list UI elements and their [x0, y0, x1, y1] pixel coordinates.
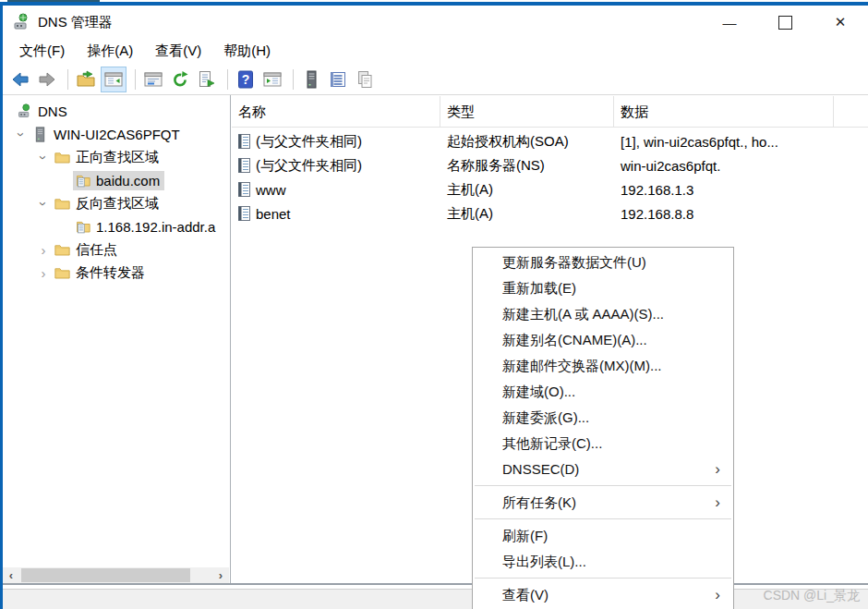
menu-item-other-new-records[interactable]: 其他新记录(C)... — [473, 431, 733, 457]
folder-icon — [54, 265, 70, 281]
tree-node-label: DNS — [38, 104, 67, 119]
menu-item-refresh[interactable]: 刷新(F) — [473, 523, 733, 549]
menu-help[interactable]: 帮助(H) — [212, 40, 282, 63]
show-console-tree-icon — [104, 70, 123, 89]
record-data: [1], win-ui2cas6pfqt., ho... — [614, 134, 868, 150]
menu-action[interactable]: 操作(A) — [76, 40, 144, 63]
folder-icon — [54, 150, 70, 165]
chevron-expanded-icon[interactable]: › — [36, 195, 52, 213]
menu-item-view[interactable]: 查看(V) › — [473, 582, 733, 608]
menu-view[interactable]: 查看(V) — [144, 40, 212, 63]
window-title: DNS 管理器 — [38, 14, 113, 31]
tree-node-forward-zones[interactable]: › 正向查找区域 — [3, 146, 230, 169]
forward-icon — [38, 70, 56, 89]
chevron-expanded-icon[interactable]: › — [36, 149, 52, 167]
properties-button[interactable] — [141, 67, 165, 91]
submenu-arrow-icon: › — [715, 457, 720, 482]
folder-icon — [54, 196, 70, 212]
table-row[interactable]: (与父文件夹相同) 名称服务器(NS) win-ui2cas6pfqt. — [232, 153, 868, 177]
title-bar: DNS 管理器 — ✕ — [3, 6, 868, 39]
dns-app-icon — [12, 13, 30, 31]
zone-icon — [75, 219, 90, 235]
record-type: 名称服务器(NS) — [440, 157, 614, 175]
list-header: 名称 类型 数据 — [232, 96, 868, 128]
tree-node-label: 反向查找区域 — [76, 195, 159, 213]
tree-node-reverse-zones[interactable]: › 反向查找区域 — [3, 192, 230, 215]
column-header-name[interactable]: 名称 — [232, 96, 440, 127]
menu-item-new-alias[interactable]: 新建别名(CNAME)(A)... — [473, 327, 733, 353]
watermark-text: CSDN @Li_景龙 — [764, 588, 860, 604]
column-header-spacer — [834, 96, 868, 127]
record-list-tool-button[interactable] — [326, 67, 350, 91]
menu-item-new-mx[interactable]: 新建邮件交换器(MX)(M)... — [473, 353, 733, 379]
chevron-collapsed-icon[interactable]: › — [34, 242, 53, 258]
scroll-right-icon[interactable]: › — [212, 567, 229, 583]
menu-item-new-delegation[interactable]: 新建委派(G)... — [473, 405, 733, 431]
refresh-button[interactable] — [168, 67, 192, 91]
server-icon — [32, 127, 48, 142]
show-window-button[interactable] — [260, 67, 284, 91]
status-bar — [3, 589, 868, 609]
dns-root-icon — [17, 104, 32, 119]
help-icon: ? — [236, 70, 255, 89]
tree-horizontal-scrollbar[interactable]: ‹ › — [3, 567, 229, 583]
close-button[interactable]: ✕ — [813, 6, 868, 39]
back-icon — [11, 70, 30, 89]
chevron-collapsed-icon[interactable]: › — [34, 265, 53, 281]
menu-item-label: DNSSEC(D) — [502, 461, 579, 477]
record-icon — [238, 134, 250, 149]
table-row[interactable]: benet 主机(A) 192.168.8.8 — [232, 201, 868, 225]
window-controls: — ✕ — [702, 6, 868, 39]
column-header-type[interactable]: 类型 — [440, 96, 614, 127]
tree-node-server[interactable]: › WIN-UI2CAS6PFQT — [3, 123, 230, 146]
minimize-button[interactable]: — — [702, 6, 757, 39]
menu-item-dnssec[interactable]: DNSSEC(D) › — [473, 457, 733, 482]
maximize-button[interactable] — [757, 6, 813, 39]
forward-button[interactable] — [35, 67, 59, 91]
dns-tree: DNS › WIN-UI2CAS6PFQT › — [3, 100, 230, 285]
menu-item-export-list[interactable]: 导出列表(L)... — [473, 549, 733, 575]
scrollbar-thumb[interactable] — [21, 568, 190, 582]
show-console-tree-button[interactable] — [101, 67, 127, 92]
back-button[interactable] — [8, 67, 32, 91]
maximize-icon — [778, 16, 792, 30]
record-type: 主机(A) — [440, 181, 614, 199]
tree-node-trust-points[interactable]: › 信任点 — [3, 238, 230, 262]
tree-node-dns-root[interactable]: DNS — [3, 100, 230, 123]
export-list-toolbar-button[interactable] — [195, 67, 219, 91]
menu-file[interactable]: 文件(F) — [8, 40, 76, 63]
record-type: 起始授权机构(SOA) — [440, 133, 614, 151]
export-folder-button[interactable] — [74, 67, 98, 91]
submenu-arrow-icon: › — [715, 582, 720, 608]
zone-context-menu: 更新服务器数据文件(U) 重新加载(E) 新建主机(A 或 AAAA)(S)..… — [472, 247, 734, 609]
folder-icon — [54, 242, 70, 258]
menu-bar: 文件(F) 操作(A) 查看(V) 帮助(H) — [3, 39, 868, 64]
tree-node-zone-reverse[interactable]: 1.168.192.in-addr.a — [3, 215, 230, 238]
tree-node-zone-baidu[interactable]: baidu.com — [3, 169, 230, 192]
chevron-expanded-icon[interactable]: › — [14, 126, 30, 144]
record-name: (与父文件夹相同) — [256, 157, 362, 175]
menu-separator — [475, 518, 731, 519]
server-icon — [302, 70, 320, 89]
server-tool-button[interactable] — [299, 67, 323, 91]
column-header-data[interactable]: 数据 — [614, 96, 834, 127]
record-data: 192.168.8.8 — [614, 206, 868, 222]
menu-item-new-host[interactable]: 新建主机(A 或 AAAA)(S)... — [473, 301, 733, 327]
record-icon — [238, 182, 250, 197]
tree-node-label: baidu.com — [96, 173, 160, 189]
zone-icon — [75, 173, 90, 189]
menu-item-label: 查看(V) — [502, 587, 549, 603]
menu-item-all-tasks[interactable]: 所有任务(K) › — [473, 490, 733, 516]
toolbar: ? — [3, 64, 868, 95]
export-folder-icon — [77, 70, 95, 89]
copy-tool-button[interactable] — [353, 67, 377, 91]
table-row[interactable]: www 主机(A) 192.168.1.3 — [232, 177, 868, 201]
tree-node-conditional-forwarders[interactable]: › 条件转发器 — [3, 262, 230, 285]
menu-item-reload[interactable]: 重新加载(E) — [473, 275, 733, 301]
scroll-left-icon[interactable]: ‹ — [3, 567, 19, 583]
show-window-icon — [263, 70, 282, 89]
menu-item-update-server-data-file[interactable]: 更新服务器数据文件(U) — [473, 250, 733, 275]
table-row[interactable]: (与父文件夹相同) 起始授权机构(SOA) [1], win-ui2cas6pf… — [232, 129, 868, 153]
help-button[interactable]: ? — [234, 67, 258, 91]
menu-item-new-domain[interactable]: 新建域(O)... — [473, 379, 733, 405]
